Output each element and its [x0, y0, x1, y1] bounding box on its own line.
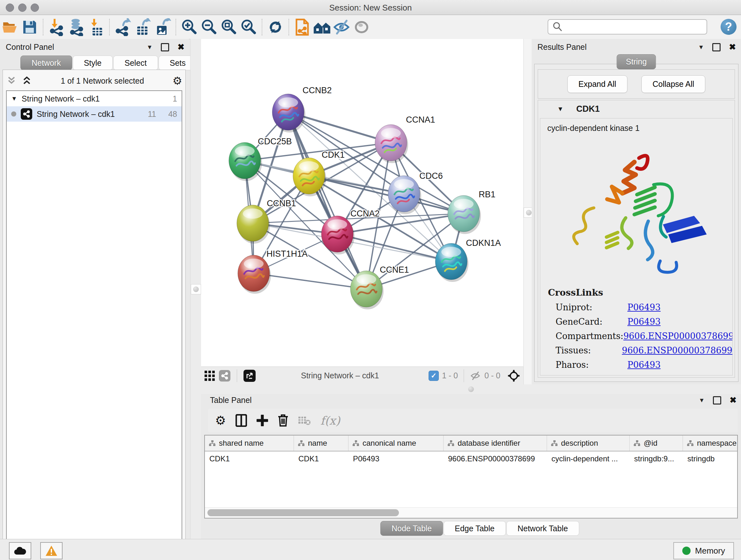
grid-view-icon[interactable]: [204, 370, 215, 381]
save-session-button[interactable]: [20, 17, 40, 37]
tab-select[interactable]: Select: [113, 56, 158, 70]
tab-string[interactable]: String: [616, 54, 656, 69]
memory-button[interactable]: Memory: [673, 542, 734, 559]
panel-float-icon[interactable]: [712, 43, 721, 51]
tab-style[interactable]: Style: [73, 56, 113, 70]
export-network-button[interactable]: [113, 17, 133, 37]
network-options-gear-icon[interactable]: ⚙: [173, 74, 182, 87]
cloud-status-button[interactable]: [9, 542, 31, 559]
horizontal-splitter-handle[interactable]: [466, 384, 476, 394]
search-input[interactable]: [563, 22, 706, 32]
tab-network[interactable]: Network: [20, 56, 72, 70]
node-CDKN1A[interactable]: [435, 243, 468, 282]
tab-node-table[interactable]: Node Table: [381, 521, 443, 536]
help-button[interactable]: ?: [721, 19, 737, 35]
crosslink-link[interactable]: P06493: [627, 317, 661, 327]
expand-all-button[interactable]: Expand All: [567, 75, 627, 93]
crosslink-link[interactable]: 9606.ENSP00000378699: [622, 346, 732, 355]
panel-close-icon[interactable]: ✖: [178, 42, 185, 52]
node-CDK1[interactable]: [293, 158, 326, 196]
add-column-icon[interactable]: [257, 415, 268, 426]
detach-view-icon[interactable]: [244, 370, 256, 382]
function-builder-icon: f(x): [320, 414, 340, 427]
panel-menu-icon[interactable]: ▼: [698, 44, 704, 51]
eye-icon: [353, 19, 370, 36]
left-splitter[interactable]: [190, 39, 202, 539]
table-settings-gear-icon[interactable]: ⚙: [215, 414, 226, 428]
column-header[interactable]: namespace: [683, 435, 737, 451]
export-image-button[interactable]: [152, 17, 172, 37]
birds-eye-toggle-icon[interactable]: [508, 369, 520, 382]
refresh-button[interactable]: [266, 17, 285, 37]
selected-node-edge-counts: 1 - 0: [442, 371, 458, 380]
node-CCNA2[interactable]: [321, 216, 354, 254]
show-columns-icon[interactable]: [235, 414, 247, 427]
column-header[interactable]: canonical name: [348, 435, 444, 451]
network-share-view-icon[interactable]: [219, 370, 230, 381]
column-header[interactable]: name: [294, 435, 348, 451]
column-header[interactable]: shared name: [205, 435, 294, 451]
node-CCNB2[interactable]: [272, 94, 306, 132]
tab-network-table[interactable]: Network Table: [507, 521, 579, 536]
show-all-button[interactable]: [352, 17, 372, 37]
crosslink-link[interactable]: P06493: [627, 360, 661, 370]
toolbar-separator: [43, 19, 44, 36]
warnings-button[interactable]: [40, 542, 63, 559]
zoom-out-button[interactable]: [199, 17, 219, 37]
network-name: String Network – cdk1: [37, 110, 115, 119]
zoom-selected-button[interactable]: [239, 17, 259, 37]
network-canvas[interactable]: CCNB2CCNA1CDC25BCDK1CDC6RB1CCNB1CCNA2CDK…: [201, 39, 523, 367]
horizontal-splitter[interactable]: [201, 384, 741, 394]
node-count: 11: [148, 110, 156, 119]
panel-close-icon[interactable]: ✖: [729, 42, 736, 52]
import-network-database-button[interactable]: [66, 17, 86, 37]
tree-expander-icon[interactable]: ▼: [11, 95, 17, 102]
network-collection-row[interactable]: ▼ String Network – cdk1 1: [7, 91, 182, 106]
import-table-file-button[interactable]: [86, 17, 106, 37]
panel-menu-icon[interactable]: ▼: [698, 397, 704, 404]
export-table-button[interactable]: [133, 17, 152, 37]
panel-float-icon[interactable]: [713, 396, 721, 405]
edge-CCNB2-CCNE1[interactable]: [288, 112, 366, 289]
column-header[interactable]: @id: [630, 435, 683, 451]
panel-float-icon[interactable]: [161, 43, 169, 51]
zoom-out-icon: [200, 18, 218, 36]
node-CCNA1[interactable]: [375, 125, 408, 163]
home-networks-button[interactable]: [312, 17, 332, 37]
node-CCNB1[interactable]: [237, 205, 270, 244]
selected-checkbox-icon[interactable]: ✓: [428, 371, 439, 381]
left-splitter-handle[interactable]: [191, 284, 201, 294]
column-header[interactable]: database identifier: [444, 435, 547, 451]
crosslink-link[interactable]: P06493: [627, 302, 661, 312]
scrollbar-thumb[interactable]: [207, 509, 399, 516]
delete-table-icon: [298, 416, 311, 425]
delete-column-icon[interactable]: [278, 414, 288, 427]
search-box[interactable]: [548, 19, 707, 35]
column-header[interactable]: description: [547, 435, 630, 451]
gene-section-expander-icon[interactable]: ▼: [557, 105, 563, 113]
node-RB1[interactable]: [448, 195, 481, 234]
string-import-button[interactable]: [292, 17, 312, 37]
node-CCNE1[interactable]: [350, 271, 384, 309]
tab-edge-table[interactable]: Edge Table: [444, 521, 506, 536]
expand-all-icon[interactable]: [21, 76, 32, 85]
zoom-fit-button[interactable]: [219, 17, 239, 37]
zoom-in-button[interactable]: [179, 17, 199, 37]
memory-label: Memory: [695, 546, 725, 556]
panel-menu-icon[interactable]: ▼: [146, 44, 152, 51]
node-HIST1H1A[interactable]: [238, 255, 271, 294]
node-table[interactable]: shared name name canonical name database…: [204, 435, 738, 518]
node-CDC25B[interactable]: [229, 142, 262, 181]
crosslink-row: GeneCard: P06493: [556, 317, 732, 327]
crosslink-link[interactable]: 9606.ENSP00000378699: [623, 331, 733, 341]
horizontal-scrollbar[interactable]: [205, 507, 737, 518]
zoom-selected-icon: [240, 18, 258, 36]
open-session-button[interactable]: [0, 17, 20, 37]
import-network-file-button[interactable]: [47, 17, 66, 37]
hide-selected-button[interactable]: [332, 17, 352, 37]
collapse-all-button[interactable]: Collapse All: [642, 75, 705, 93]
collapse-all-icon[interactable]: [6, 76, 17, 85]
network-row-selected[interactable]: String Network – cdk1 11 48: [7, 106, 182, 122]
table-row[interactable]: CDK1 CDK1 P06493 9606.ENSP00000378699 cy…: [205, 451, 737, 466]
panel-close-icon[interactable]: ✖: [730, 395, 737, 405]
